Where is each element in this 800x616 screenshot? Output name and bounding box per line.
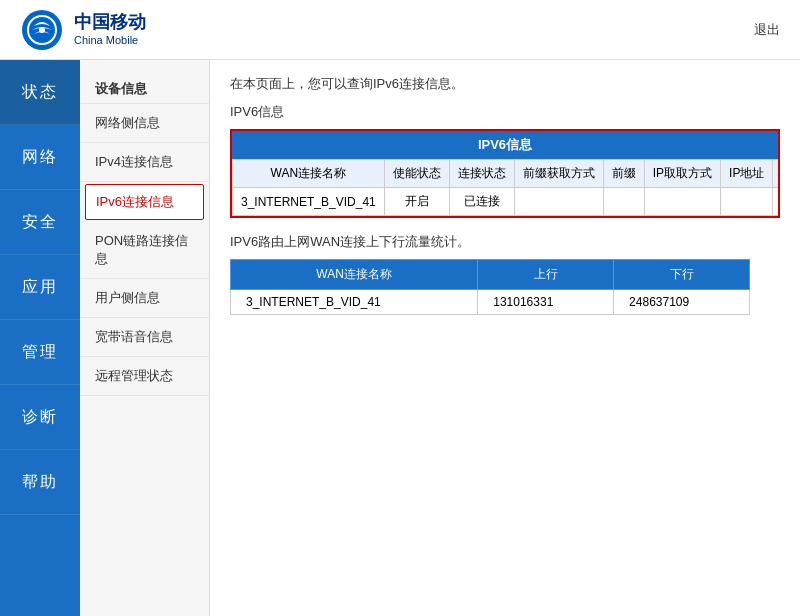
- logo-en: China Mobile: [74, 34, 146, 47]
- traffic-description: IPV6路由上网WAN连接上下行流量统计。: [230, 233, 780, 251]
- ipv6-info-box: IPV6信息 WAN连接名称 使能状态 连接状态 前缀获取方式 前缀 IP取取方…: [230, 129, 780, 218]
- table-row: 3_INTERNET_B_VID_41开启已连接: [233, 188, 781, 216]
- col-header-prefix-method: 前缀获取方式: [514, 160, 603, 188]
- sub-section-title: 设备信息: [80, 70, 209, 104]
- sidebar-item-app[interactable]: 应用: [0, 255, 80, 320]
- sub-item-ipv6[interactable]: IPv6连接信息: [85, 184, 204, 220]
- ipv6-section-title: IPV6信息: [230, 103, 780, 121]
- logout-button[interactable]: 退出: [754, 21, 780, 39]
- sidebar-item-diagnose[interactable]: 诊断: [0, 385, 80, 450]
- traffic-col-download: 下行: [614, 260, 750, 290]
- sub-item-user-side[interactable]: 用户侧信息: [80, 279, 209, 318]
- col-header-ip-method: IP取取方式: [644, 160, 720, 188]
- sidebar-item-network[interactable]: 网络: [0, 125, 80, 190]
- sidebar-item-security[interactable]: 安全: [0, 190, 80, 255]
- col-header-primary-dns: 主用DNS: [773, 160, 780, 188]
- sub-item-network-side[interactable]: 网络侧信息: [80, 104, 209, 143]
- sub-item-pon[interactable]: PON链路连接信息: [80, 222, 209, 279]
- sub-item-remote-mgmt[interactable]: 远程管理状态: [80, 357, 209, 396]
- sub-sidebar: 设备信息 网络侧信息 IPv4连接信息 IPv6连接信息 PON链路连接信息 用…: [80, 60, 210, 616]
- svg-point-1: [39, 27, 45, 33]
- table-row: 3_INTERNET_B_VID_41131016331248637109: [231, 290, 750, 315]
- traffic-col-upload: 上行: [478, 260, 614, 290]
- col-header-connect: 连接状态: [449, 160, 514, 188]
- sidebar-item-status[interactable]: 状态: [0, 60, 80, 125]
- sidebar: 状态 网络 安全 应用 管理 诊断 帮助: [0, 60, 80, 616]
- col-header-ip: IP地址: [721, 160, 773, 188]
- logo-text: 中国移动 China Mobile: [74, 12, 146, 47]
- logo-area: 中国移动 China Mobile: [20, 8, 146, 52]
- main-layout: 状态 网络 安全 应用 管理 诊断 帮助 设备信息 网络侧信息 IPv4连接信息…: [0, 60, 800, 616]
- sub-item-ipv4[interactable]: IPv4连接信息: [80, 143, 209, 182]
- col-header-enable: 使能状态: [384, 160, 449, 188]
- content-description: 在本页面上，您可以查询IPv6连接信息。: [230, 75, 780, 93]
- col-header-prefix: 前缀: [603, 160, 644, 188]
- header: 中国移动 China Mobile 退出: [0, 0, 800, 60]
- logo-icon: [20, 8, 64, 52]
- content-area: 在本页面上，您可以查询IPv6连接信息。 IPV6信息 IPV6信息 WAN连接…: [210, 60, 800, 616]
- traffic-col-wan: WAN连接名称: [231, 260, 478, 290]
- sub-item-broadband-voice[interactable]: 宽带语音信息: [80, 318, 209, 357]
- sidebar-item-help[interactable]: 帮助: [0, 450, 80, 515]
- sidebar-item-management[interactable]: 管理: [0, 320, 80, 385]
- traffic-table: WAN连接名称 上行 下行 3_INTERNET_B_VID_411310163…: [230, 259, 750, 315]
- ipv6-box-header: IPV6信息: [232, 131, 778, 159]
- logo-cn: 中国移动: [74, 12, 146, 34]
- ipv6-table: WAN连接名称 使能状态 连接状态 前缀获取方式 前缀 IP取取方式 IP地址 …: [232, 159, 780, 216]
- col-header-wan: WAN连接名称: [233, 160, 385, 188]
